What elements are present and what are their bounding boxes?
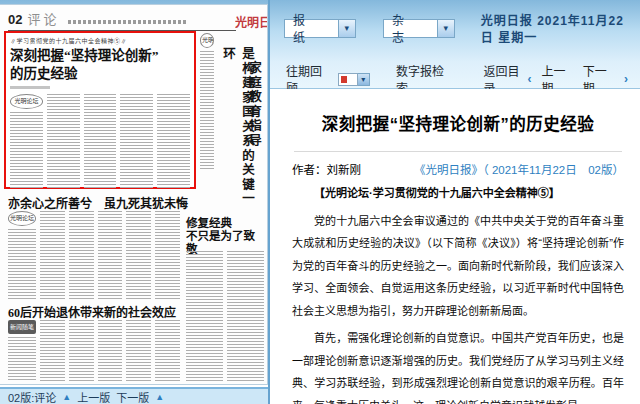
- article-content: 深刻把握“坚持理论创新”的历史经验 作者：刘新刚 《光明日报》（ 2021年11…: [270, 89, 640, 404]
- page-thumbnail[interactable]: 02 评论 光明日报 ∥学习贯彻党的十九届六中全会精神⑤∥ 深刻把握“坚持理论创…: [0, 4, 268, 385]
- newspaper-select[interactable]: 报 纸 ▾: [284, 19, 356, 38]
- thumbnail-text-column: [98, 320, 123, 382]
- article-paragraph: 党的十九届六中全会审议通过的《中共中央关于党的百年奋斗重大成就和历史经验的决议》…: [292, 210, 624, 323]
- thumbnail-text-column: [40, 320, 65, 382]
- thumbnail-page-header: 02 评论: [8, 9, 236, 31]
- thumbnail-page-number: 02: [8, 12, 22, 27]
- vertical-headline-side[interactable]: 家庭教育指导: [245, 61, 264, 171]
- title-divider: [294, 151, 622, 152]
- thumbnail-article-kicker: ∥学习贯彻党的十九届六中全会精神⑤∥: [10, 36, 190, 45]
- thumbnail-text-column: [155, 211, 180, 299]
- article-title: 深刻把握“坚持理论创新”的历史经验: [292, 111, 624, 135]
- article-paragraphs: 党的十九届六中全会审议通过的《中共中央关于党的百年奋斗重大成就和历史经验的决议》…: [292, 210, 624, 404]
- next-page-link[interactable]: 下一版: [116, 389, 149, 404]
- thumbnail-text-column: [155, 320, 180, 382]
- thumbnail-text-column: [84, 94, 117, 190]
- thumbnail-author-placeholder: [10, 86, 50, 89]
- article-body: 【光明论坛·学习贯彻党的十九届六中全会精神⑤】 党的十九届六中全会审议通过的《中…: [292, 182, 624, 404]
- thumbnail-text-column: [8, 337, 36, 382]
- page-navigation-bar: 02版:评论 ▲ 上一版 下一版 ▲: [0, 387, 268, 404]
- issue-date-label: 光明日报 2021年11月22日 星期一: [481, 11, 632, 45]
- thumbnail-text-column: [120, 94, 153, 190]
- thumbnail-headline-4[interactable]: 60后开始退休带来新的社会效应: [8, 303, 176, 321]
- thumbnail-text-column: [8, 229, 36, 299]
- prev-page-link[interactable]: 上一版: [77, 389, 110, 404]
- thumbnail-text-column: [126, 211, 151, 299]
- date-picker[interactable]: ▾: [338, 72, 370, 86]
- chevron-right-icon[interactable]: ›: [624, 72, 628, 86]
- article-paragraph: 首先，需强化理论创新的自觉意识。中国共产党百年历史，也是一部理论创新意识逐渐增强…: [292, 327, 624, 404]
- header-row-selects: 报 纸 ▾ 杂 志 ▾ 光明日报 2021年11月22日 星期一: [284, 11, 632, 45]
- commentary-stamp: 光明时评: [200, 33, 214, 48]
- current-page-label: 02版:评论: [8, 389, 56, 404]
- thumbnail-article-headline[interactable]: 深刻把握“坚持理论创新” 的历史经验: [10, 47, 190, 82]
- reader-panel: 报 纸 ▾ 杂 志 ▾ 光明日报 2021年11月22日 星期一 往期回顾 ▾ …: [270, 0, 640, 404]
- thumbnail-section-name: 评论: [27, 9, 59, 28]
- next-page-icon[interactable]: ▲: [155, 392, 164, 402]
- calendar-icon: [341, 76, 347, 83]
- news-note-stamp: 新闻随笔: [8, 320, 36, 334]
- article-lead: 【光明论坛·学习贯彻党的十九届六中全会精神⑤】: [292, 182, 624, 205]
- forum-stamp: 光明论坛: [8, 211, 36, 226]
- dropdown-arrow-icon[interactable]: ▾: [338, 20, 355, 37]
- thumbnail-text-column: [10, 112, 43, 190]
- article-author: 作者：刘新刚: [292, 161, 361, 177]
- forum-stamp: 光明论坛: [10, 94, 43, 109]
- thumbnail-text-column: [69, 211, 94, 299]
- highlighted-article-region[interactable]: ∥学习贯彻党的十九届六中全会精神⑤∥ 深刻把握“坚持理论创新” 的历史经验 光明…: [4, 31, 196, 189]
- thumbnail-text-column: [47, 94, 80, 190]
- thumbnail-text-column: [69, 320, 94, 382]
- dropdown-arrow-icon[interactable]: ▾: [437, 20, 454, 37]
- thumbnail-text-column: [200, 51, 214, 169]
- dropdown-arrow-icon[interactable]: ▾: [358, 73, 370, 86]
- panel-divider: [268, 0, 270, 404]
- masthead-logo: 光明日报: [235, 13, 267, 31]
- chevron-left-icon[interactable]: ‹: [527, 72, 531, 86]
- thumbnail-text-column: [98, 211, 123, 299]
- thumbnail-text-column: [126, 320, 151, 382]
- thumbnail-text-column: [227, 251, 264, 383]
- magazine-select[interactable]: 杂 志 ▾: [383, 19, 455, 38]
- prev-page-icon[interactable]: ▲: [62, 392, 71, 402]
- thumbnail-dateline-placeholder: [68, 20, 188, 24]
- thumbnail-text-column: [186, 251, 223, 383]
- thumbnail-text-column: [40, 211, 65, 299]
- thumbnail-text-column: [157, 94, 190, 190]
- article-source: 《光明日报》（ 2021年11月22日 02版）: [414, 161, 624, 177]
- thumbnail-headline-2[interactable]: 亦余心之所善兮 虽九死其犹未悔: [8, 194, 188, 212]
